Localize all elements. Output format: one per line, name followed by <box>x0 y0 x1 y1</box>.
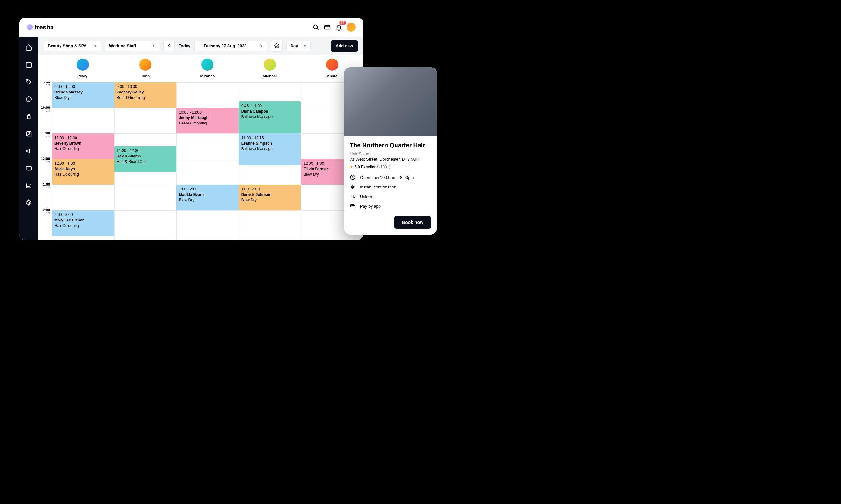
business-popup: The Northern Quarter Hair Hair Salon 71 … <box>344 67 437 235</box>
chart-icon[interactable] <box>25 181 33 190</box>
chevron-down-icon: ▼ <box>94 44 97 48</box>
svg-point-13 <box>351 195 354 197</box>
gear-icon[interactable] <box>25 199 33 207</box>
content-area: Beauty Shop & SPA ▼ Working Staff ▼ Toda… <box>38 37 363 240</box>
staff-name-label: Miranda <box>176 74 239 78</box>
chevron-down-icon: ▼ <box>152 44 155 48</box>
book-now-button[interactable]: Book now <box>394 216 431 229</box>
event-grid[interactable]: 9:00 - 10:00Brenda MasseyBlow Dry9:00 - … <box>52 82 363 240</box>
brand-name: fresha <box>35 24 54 31</box>
calendar-event[interactable]: 9:00 - 10:00Brenda MasseyBlow Dry <box>52 82 114 108</box>
event-time: 11:30 - 12:30 <box>117 148 174 153</box>
bell-icon[interactable]: 12 <box>335 23 343 31</box>
sidebar <box>19 37 38 240</box>
notification-badge: 12 <box>339 21 346 25</box>
event-time: 9:00 - 10:00 <box>117 84 174 89</box>
time-label: 12:00pm <box>41 157 50 163</box>
event-client-name: Mary Lee Fisher <box>54 218 112 223</box>
card-icon[interactable] <box>25 164 33 173</box>
event-service: Blow Dry <box>179 197 236 202</box>
bolt-icon <box>350 184 356 190</box>
logo[interactable]: fresha <box>27 24 54 31</box>
event-time: 11:00 - 12:00 <box>54 136 112 141</box>
event-client-name: Alicia Keys <box>54 166 112 172</box>
calendar-event[interactable]: 11:30 - 12:30Kevin AdamsHair & Beard Cut <box>114 146 177 172</box>
event-client-name: Brenda Massey <box>54 90 112 95</box>
payment-text: Pay by app <box>360 204 381 209</box>
rating-count: (100+) <box>379 165 390 169</box>
calendar-event[interactable]: 9:00 - 10:00Zachary KelleyBeard Grooming <box>114 82 177 108</box>
time-label: 11:00am <box>41 131 50 138</box>
svg-rect-3 <box>26 63 32 68</box>
view-select[interactable]: Day ▼ <box>286 41 311 51</box>
business-title: The Northern Quarter Hair <box>350 142 431 149</box>
settings-button[interactable] <box>271 40 283 52</box>
date-display[interactable]: Tuesday 27 Aug, 2022 <box>195 41 256 51</box>
staff-avatar <box>264 58 276 71</box>
smile-icon[interactable] <box>25 95 33 103</box>
staff-column[interactable]: Miranda <box>176 55 239 82</box>
time-label: 10:00am <box>41 106 50 112</box>
add-new-button[interactable]: Add new <box>330 40 358 52</box>
svg-rect-14 <box>351 205 354 208</box>
payment-row: Pay by app <box>350 203 431 209</box>
staff-filter-label: Working Staff <box>109 43 136 48</box>
time-label: 2:00pm <box>43 208 50 215</box>
staff-avatar <box>326 58 338 71</box>
calendar-event[interactable]: 9:45 - 11:00Diana CamposBalinese Massage <box>239 102 301 133</box>
user-avatar[interactable] <box>346 23 356 32</box>
event-time: 9:00 - 10:00 <box>54 84 112 89</box>
time-label: 9:00am <box>43 82 50 87</box>
star-icon: ★ <box>350 165 353 169</box>
calendar-event[interactable]: 11:00 - 12:00Beverly BrownHair Colouring <box>52 133 114 159</box>
home-icon[interactable] <box>25 43 33 52</box>
staff-column[interactable]: John <box>114 55 177 82</box>
megaphone-icon[interactable] <box>25 147 33 155</box>
calendar-event[interactable]: 11:00 - 12:15Leanne SimpsonBalinese Mass… <box>239 133 301 165</box>
product-icon[interactable] <box>25 112 33 121</box>
event-client-name: Zachary Kelley <box>117 90 174 95</box>
topbar: fresha 12 <box>19 18 363 37</box>
event-service: Beard Grooming <box>117 95 174 100</box>
confirmation-row: Instant confirmation <box>350 184 431 190</box>
contact-icon[interactable] <box>25 130 33 138</box>
pay-icon <box>350 203 356 209</box>
calendar-event[interactable]: 10:00 - 11:00Jenny MurtaughBeard Groomin… <box>176 108 239 133</box>
business-category: Hair Salon <box>350 151 431 156</box>
today-button[interactable]: Today <box>175 41 195 51</box>
business-address: 71 West Street, Dorchester, DT7 5UH <box>350 157 431 162</box>
event-service: Blow Dry <box>54 95 112 100</box>
svg-rect-6 <box>27 115 30 119</box>
staff-avatar <box>77 58 89 71</box>
svg-point-11 <box>276 45 278 47</box>
location-label: Beauty Shop & SPA <box>48 43 87 48</box>
calendar-event[interactable]: 2:00 - 3:00Mary Lee FisherHair Colouring <box>52 210 114 236</box>
calendar-icon[interactable] <box>25 60 33 69</box>
confirmation-text: Instant confirmation <box>360 185 396 190</box>
toolbar: Beauty Shop & SPA ▼ Working Staff ▼ Toda… <box>38 37 363 55</box>
staff-avatar <box>139 58 151 71</box>
wallet-icon[interactable] <box>324 23 331 31</box>
search-icon[interactable] <box>312 23 320 31</box>
event-time: 10:00 - 11:00 <box>179 110 236 115</box>
tag-icon[interactable] <box>25 78 33 86</box>
next-date-button[interactable] <box>256 41 267 51</box>
calendar-event[interactable]: 1:00 - 2:00Matilda EvansBlow Dry <box>176 185 239 210</box>
calendar-event[interactable]: 12:00 - 1:00Alicia KeysHair Colouring <box>52 159 114 185</box>
staff-column[interactable]: Michael <box>239 55 301 82</box>
location-select[interactable]: Beauty Shop & SPA ▼ <box>43 41 101 51</box>
prev-date-button[interactable] <box>163 41 175 51</box>
staff-column[interactable]: Mary <box>52 55 114 82</box>
event-time: 9:45 - 11:00 <box>241 103 299 108</box>
gender-row: Unisex <box>350 194 431 199</box>
event-service: Hair Colouring <box>54 146 112 151</box>
svg-rect-9 <box>26 167 32 170</box>
staff-filter-select[interactable]: Working Staff ▼ <box>105 41 159 51</box>
open-hours-row: Open now 10:00am - 8:00pm <box>350 175 431 180</box>
svg-point-8 <box>28 132 30 134</box>
svg-point-5 <box>26 97 32 102</box>
logo-icon <box>27 24 33 30</box>
staff-name-label: Mary <box>52 74 114 78</box>
staff-avatar <box>201 58 213 71</box>
calendar-event[interactable]: 1:00 - 2:00Derrick JohnsonBlow Dry <box>239 185 301 210</box>
